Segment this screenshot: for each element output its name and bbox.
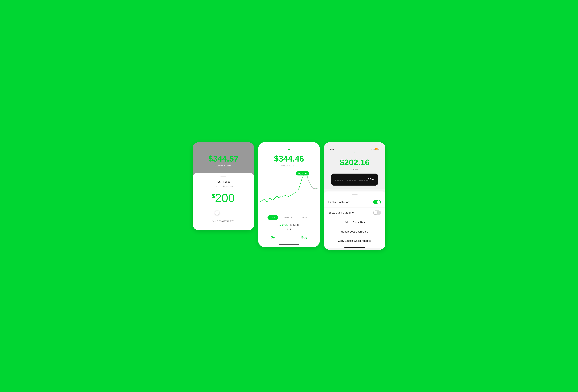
- options-sheet: Enable Cash Card Show Cash Card Info Add…: [324, 192, 385, 248]
- card-circle: [359, 180, 361, 181]
- card-circle: [337, 180, 339, 181]
- sheet-handle-3: [352, 194, 358, 195]
- time-btn-month[interactable]: MONTH: [281, 215, 295, 220]
- show-cash-card-info-toggle[interactable]: [373, 210, 381, 215]
- bitcoin-chart-screen: ⌃ $344.46 0.05026901 BTC $6,637.92 DAY M…: [258, 142, 320, 247]
- sheet-handle: [220, 176, 226, 177]
- add-to-apple-pay-label: Add to Apple Pay: [344, 221, 365, 224]
- cash-balance: $202.16: [328, 157, 381, 167]
- card-circle: [342, 180, 343, 181]
- time-selector: DAY MONTH YEAR: [258, 214, 320, 221]
- card-circle: [354, 180, 356, 181]
- card-dots: [335, 180, 368, 181]
- sell-amount-value[interactable]: 200: [215, 191, 235, 204]
- btc-balance-1: $344.57: [197, 154, 250, 163]
- dot-2: [289, 229, 291, 230]
- sell-bottom-sheet: Sell BTC 1 BTC = $6,854.50 $200 Sell 0.0…: [193, 173, 254, 230]
- sell-underline: [210, 224, 237, 224]
- add-to-apple-pay-row[interactable]: Add to Apple Pay: [324, 218, 385, 227]
- report-lost-cash-card-row[interactable]: Report Lost Cash Card: [324, 227, 385, 236]
- chart-svg: [260, 170, 318, 211]
- chart-stats: ▲ 5.01% $6,852.38: [258, 224, 320, 229]
- action-buttons: Sell Buy: [258, 232, 320, 243]
- btc-amount-1: 0.05026901 BTC: [197, 164, 250, 167]
- enable-cash-card-toggle[interactable]: [373, 200, 381, 204]
- cash-top-section: 9:43 ▮▮▮ 📶 ▮ ⌃ $202.16 CASH: [324, 142, 385, 189]
- card-circle: [364, 180, 365, 181]
- report-lost-cash-card-label: Report Lost Cash Card: [341, 230, 368, 233]
- card-circle: [335, 180, 336, 181]
- toggle-knob-2: [374, 211, 377, 214]
- screens-container: ⌃ $344.57 0.05026901 BTC Sell BTC 1 BTC …: [193, 142, 385, 250]
- chart-top-section: ⌃ $344.46 0.05026901 BTC: [258, 142, 320, 170]
- card-circle: [339, 180, 341, 181]
- battery-icon: ▮: [378, 148, 379, 150]
- toggle-knob: [377, 200, 381, 204]
- enable-cash-card-label: Enable Cash Card: [328, 201, 350, 204]
- enable-cash-card-row: Enable Cash Card: [324, 197, 385, 207]
- card-circle: [352, 180, 353, 181]
- sell-slider[interactable]: [197, 210, 250, 216]
- btc-balance-2: $344.46: [263, 154, 315, 163]
- sell-btc-label: Sell 0.02917791 BTC: [197, 220, 250, 223]
- show-cash-card-info-label: Show Cash Card Info: [328, 211, 354, 214]
- bitcoin-chart: $6,637.92: [258, 170, 320, 211]
- sell-button[interactable]: Sell: [258, 232, 289, 243]
- sell-amount: $200: [197, 192, 250, 204]
- card-dot-group-2: [347, 180, 356, 181]
- wifi-icon: 📶: [375, 148, 378, 150]
- copy-bitcoin-wallet-label: Copy Bitcoin Wallet Address: [338, 239, 371, 242]
- sell-rate: 1 BTC = $6,854.50: [197, 185, 250, 188]
- chevron-up-icon-3[interactable]: ⌃: [328, 152, 381, 156]
- cash-card-visual: 6794: [331, 174, 378, 186]
- card-circle: [349, 180, 351, 181]
- signal-icon: ▮▮▮: [371, 148, 375, 150]
- status-time: 9:43: [330, 148, 334, 150]
- sell-top-section: ⌃ $344.57 0.05026901 BTC: [193, 142, 254, 171]
- sell-dollar-sign: $: [212, 193, 215, 199]
- show-cash-card-info-row: Show Cash Card Info: [324, 207, 385, 218]
- cash-label: CASH: [328, 168, 381, 171]
- change-pct: ▲ 5.01%: [279, 224, 288, 226]
- home-bar-3: [344, 247, 365, 248]
- card-circle: [361, 180, 363, 181]
- cash-card-screen: 9:43 ▮▮▮ 📶 ▮ ⌃ $202.16 CASH: [324, 142, 385, 250]
- card-dot-group-1: [335, 180, 343, 181]
- chart-tooltip: $6,637.92: [296, 171, 309, 175]
- home-bar-2: [279, 244, 299, 245]
- card-last4: 6794: [368, 178, 375, 181]
- sell-title: Sell BTC: [197, 180, 250, 184]
- card-circle: [347, 180, 348, 181]
- change-price: $6,852.38: [290, 224, 299, 226]
- time-btn-year[interactable]: YEAR: [298, 215, 310, 220]
- dot-1: [287, 229, 289, 230]
- btc-amount-2: 0.05026901 BTC: [263, 164, 315, 167]
- time-btn-day[interactable]: DAY: [268, 215, 278, 220]
- chevron-up-icon-2[interactable]: ⌃: [263, 148, 315, 152]
- copy-bitcoin-wallet-row[interactable]: Copy Bitcoin Wallet Address: [324, 236, 385, 245]
- buy-button[interactable]: Buy: [289, 232, 320, 243]
- card-dot-group-3: [359, 180, 368, 181]
- card-circle: [366, 180, 368, 181]
- slider-thumb[interactable]: [215, 211, 219, 215]
- sell-btc-screen: ⌃ $344.57 0.05026901 BTC Sell BTC 1 BTC …: [193, 142, 254, 230]
- chevron-up-icon[interactable]: ⌃: [197, 148, 250, 152]
- page-dots: [258, 229, 320, 230]
- status-bar: 9:43 ▮▮▮ 📶 ▮: [328, 148, 381, 150]
- status-icons: ▮▮▮ 📶 ▮: [371, 148, 379, 150]
